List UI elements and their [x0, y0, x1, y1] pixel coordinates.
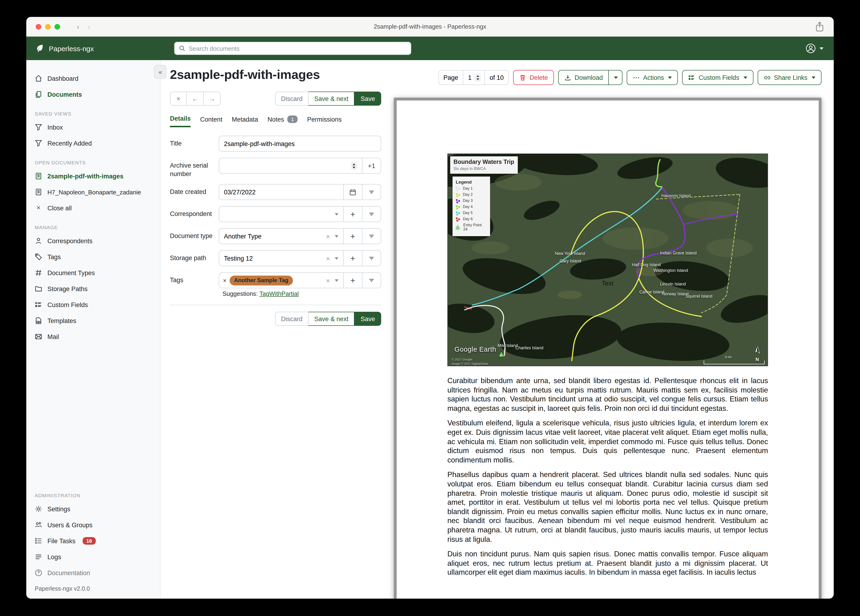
remove-tag-icon[interactable]: ×	[223, 277, 226, 284]
sidebar-item-label: Templates	[47, 317, 76, 324]
asn-input[interactable]	[219, 158, 363, 174]
sidebar-item-documents[interactable]: Documents	[26, 86, 160, 102]
sidebar-item-inbox[interactable]: Inbox	[26, 119, 160, 135]
download-options-button[interactable]	[609, 70, 623, 85]
sidebar-item-correspondents[interactable]: Correspondents	[26, 233, 160, 249]
document-type-select[interactable]: Another Type×	[219, 228, 344, 244]
home-icon	[35, 75, 42, 82]
custom-fields-button[interactable]: Custom Fields	[682, 70, 753, 85]
manage-heading: MANAGE	[26, 216, 160, 233]
document-type-filter-button[interactable]	[363, 228, 381, 244]
discard-button[interactable]: Discard	[275, 91, 309, 106]
user-menu[interactable]	[805, 43, 823, 53]
previous-doc-button[interactable]: ←	[187, 91, 204, 106]
custom-fields-icon	[689, 74, 695, 81]
sidebar: Dashboard Documents SAVED VIEWS Inbox Re…	[26, 60, 160, 599]
zoom-button[interactable]	[55, 24, 60, 29]
paperless-logo-icon	[35, 44, 44, 53]
sidebar-item-custom-fields[interactable]: Custom Fields	[26, 297, 160, 313]
map-copyright: © 2017 Google	[452, 358, 472, 361]
clear-icon[interactable]: ×	[326, 277, 330, 284]
actions-button[interactable]: Actions	[627, 70, 678, 85]
sidebar-item-label: Custom Fields	[47, 301, 88, 308]
asn-increment-button[interactable]: +1	[363, 158, 381, 174]
sidebar-item-dashboard[interactable]: Dashboard	[26, 71, 160, 86]
close-icon: ×	[35, 204, 42, 212]
download-button[interactable]: Download	[558, 70, 609, 85]
sidebar-item-open-doc-1[interactable]: 2sample-pdf-with-images	[26, 168, 160, 184]
sidebar-item-recently-added[interactable]: Recently Added	[26, 135, 160, 151]
add-storage-path-button[interactable]	[344, 250, 363, 266]
close-doc-button[interactable]: ×	[170, 91, 187, 106]
tab-notes[interactable]: Notes1	[268, 115, 298, 127]
save-button[interactable]: Save	[355, 91, 381, 106]
search-box[interactable]	[174, 42, 411, 55]
tab-details[interactable]: Details	[170, 115, 191, 127]
sidebar-item-close-all[interactable]: × Close all	[26, 200, 160, 216]
title-input[interactable]: 2sample-pdf-with-images	[219, 136, 381, 152]
calendar-button[interactable]	[344, 184, 363, 200]
main-content: 2sample-pdf-with-images Page 1 of 10	[160, 60, 834, 599]
correspondent-label: Correspondent	[170, 206, 219, 222]
sidebar-item-tags[interactable]: Tags	[26, 249, 160, 265]
add-document-type-button[interactable]	[344, 228, 363, 244]
sidebar-item-file-tasks[interactable]: File Tasks 16	[26, 533, 160, 549]
document-preview[interactable]: Hausons Island New York Island Gary Isla…	[394, 97, 821, 599]
tab-permissions[interactable]: Permissions	[307, 115, 342, 127]
sidebar-item-document-types[interactable]: Document Types	[26, 265, 160, 281]
add-correspondent-button[interactable]	[344, 206, 363, 222]
date-created-input[interactable]: 03/27/2022	[219, 184, 344, 200]
sidebar-item-open-doc-2[interactable]: H7_Napoleon_Bonaparte_zadanie	[26, 184, 160, 200]
ellipsis-icon	[633, 74, 640, 81]
sidebar-item-documentation[interactable]: Documentation	[26, 565, 160, 581]
suggestion-link[interactable]: TagWithPartial	[259, 290, 299, 297]
share-icon[interactable]	[815, 22, 824, 32]
save-button[interactable]: Save	[355, 312, 381, 326]
correspondent-select[interactable]	[219, 206, 344, 222]
map-text-annotation: Text	[602, 280, 614, 287]
back-icon[interactable]: ‹	[77, 22, 79, 30]
discard-button[interactable]: Discard	[275, 312, 309, 326]
chevron-down-icon	[335, 235, 339, 237]
next-doc-button[interactable]: →	[204, 91, 221, 106]
day5-marker-icon	[456, 211, 458, 213]
map-label: Half Dog Island	[632, 262, 661, 267]
clear-icon[interactable]: ×	[326, 255, 330, 262]
tags-label: Tags	[170, 272, 219, 288]
tags-filter-button[interactable]	[363, 272, 381, 288]
plus-icon	[349, 255, 356, 262]
delete-button[interactable]: Delete	[513, 70, 554, 85]
date-filter-button[interactable]	[363, 184, 381, 200]
storage-path-filter-button[interactable]	[363, 250, 381, 266]
map-label: New York Island	[555, 251, 585, 256]
close-button[interactable]	[36, 24, 41, 29]
forward-icon[interactable]: ›	[88, 22, 90, 30]
storage-path-select[interactable]: Testing 12×	[219, 250, 344, 266]
search-input[interactable]	[189, 45, 406, 52]
plus-icon	[349, 277, 356, 284]
tag-pill[interactable]: Another Sample Tag	[229, 275, 293, 285]
tab-metadata[interactable]: Metadata	[232, 115, 258, 127]
minimize-button[interactable]	[45, 24, 51, 29]
sidebar-item-templates[interactable]: Templates	[26, 313, 160, 328]
sidebar-item-logs[interactable]: Logs	[26, 549, 160, 565]
tab-content[interactable]: Content	[200, 115, 223, 127]
share-links-button[interactable]: Share Links	[757, 70, 821, 85]
correspondent-filter-button[interactable]	[363, 206, 381, 222]
sidebar-item-settings[interactable]: Settings	[26, 501, 160, 517]
sidebar-item-label: Documents	[47, 91, 82, 98]
add-tag-button[interactable]	[344, 272, 363, 288]
sidebar-item-mail[interactable]: Mail	[26, 328, 160, 345]
day4-marker-icon	[456, 205, 458, 207]
save-next-button[interactable]: Save & next	[309, 312, 355, 326]
brand[interactable]: Paperless-ngx	[26, 44, 160, 53]
save-next-button[interactable]: Save & next	[309, 91, 355, 106]
page-spinner[interactable]	[474, 74, 481, 82]
sidebar-collapse-button[interactable]: «	[154, 65, 166, 79]
clear-icon[interactable]: ×	[326, 233, 330, 240]
sidebar-item-users-groups[interactable]: Users & Groups	[26, 517, 160, 533]
tags-select[interactable]: × Another Sample Tag ×	[219, 272, 344, 288]
asn-spinner[interactable]	[351, 162, 357, 170]
sidebar-item-storage-paths[interactable]: Storage Paths	[26, 281, 160, 297]
page-number-input[interactable]: 1	[468, 74, 472, 81]
